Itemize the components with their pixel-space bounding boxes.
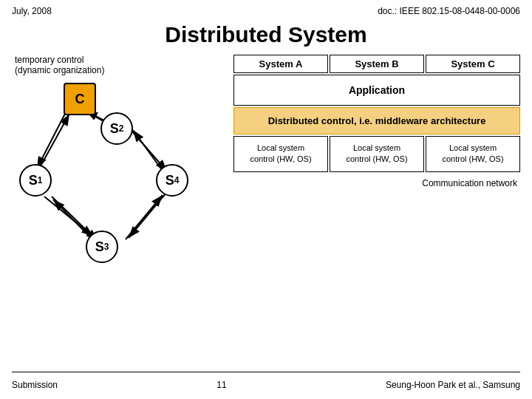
system-a-header: System A [233,55,328,73]
footer: Submission 11 Seung-Hoon Park et al., Sa… [0,375,532,393]
header-doc: doc.: IEEE 802.15-08-0448-00-0006 [378,6,520,16]
local-system-c: Local system control (HW, OS) [426,136,520,172]
node-s4: S4 [156,164,188,197]
comm-network-label: Communication network [233,178,520,188]
svg-line-9 [133,130,164,173]
svg-line-10 [126,195,163,239]
svg-line-12 [37,111,66,168]
svg-line-3 [132,132,167,171]
system-c-header: System C [426,55,520,73]
middleware-row: Distributed control, i.e. middleware arc… [233,107,520,134]
node-c: C [64,83,96,115]
application-row: Application [233,75,520,106]
page-title: Distributed System [0,22,532,47]
local-system-a: Local system control (HW, OS) [233,136,328,172]
node-s1: S1 [19,164,52,197]
temp-control-label: temporary control(dynamic organization) [15,55,226,75]
footer-author: Seung-Hoon Park et al., Samsung [386,380,520,390]
right-side: System A System B System C Application D… [233,55,520,297]
local-system-b: Local system control (HW, OS) [330,136,424,172]
footer-submission: Submission [12,380,58,390]
header-date: July, 2008 [12,6,52,16]
footer-page-number: 11 [216,380,226,390]
node-s3: S3 [86,231,118,263]
diagram-area: C S1 S2 S3 S4 [19,83,211,297]
svg-line-6 [38,114,69,170]
footer-divider [12,372,520,372]
node-s2: S2 [100,112,133,145]
local-system-row: Local system control (HW, OS) Local syst… [233,136,520,172]
systems-header: System A System B System C [233,55,520,73]
system-b-header: System B [330,55,424,73]
svg-line-4 [129,194,166,238]
